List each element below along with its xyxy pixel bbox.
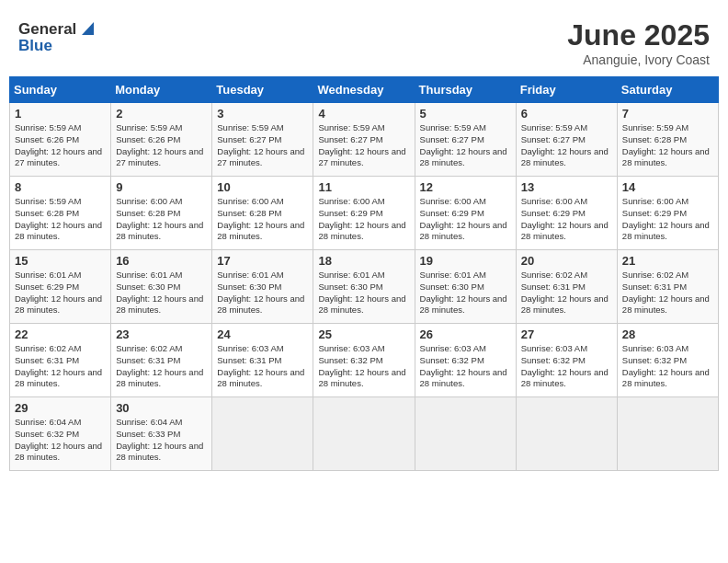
calendar-table: Sunday Monday Tuesday Wednesday Thursday… <box>9 76 719 471</box>
day-info: Sunrise: 6:00 AMSunset: 6:29 PMDaylight:… <box>420 196 511 243</box>
calendar-cell: 19Sunrise: 6:01 AMSunset: 6:30 PMDayligh… <box>415 250 516 324</box>
calendar-cell: 4Sunrise: 5:59 AMSunset: 6:27 PMDaylight… <box>313 103 415 177</box>
calendar-row-2: 8Sunrise: 5:59 AMSunset: 6:28 PMDaylight… <box>10 177 719 250</box>
month-year: June 2025 <box>567 18 710 52</box>
day-number: 10 <box>217 180 308 194</box>
day-number: 9 <box>116 180 207 194</box>
day-info: Sunrise: 5:59 AMSunset: 6:28 PMDaylight:… <box>15 196 106 243</box>
day-info: Sunrise: 5:59 AMSunset: 6:27 PMDaylight:… <box>420 122 511 169</box>
calendar-cell: 20Sunrise: 6:02 AMSunset: 6:31 PMDayligh… <box>516 250 617 324</box>
calendar-cell: 30Sunrise: 6:04 AMSunset: 6:33 PMDayligh… <box>111 397 212 471</box>
day-number: 4 <box>318 107 409 121</box>
day-number: 15 <box>15 254 106 268</box>
day-info: Sunrise: 6:00 AMSunset: 6:29 PMDaylight:… <box>622 196 713 243</box>
header: General Blue June 2025 Ananguie, Ivory C… <box>9 9 719 72</box>
day-number: 3 <box>217 107 308 121</box>
calendar-cell: 26Sunrise: 6:03 AMSunset: 6:32 PMDayligh… <box>415 324 516 397</box>
day-info: Sunrise: 6:02 AMSunset: 6:31 PMDaylight:… <box>622 270 713 316</box>
col-wednesday: Wednesday <box>313 77 415 103</box>
calendar-cell <box>415 397 516 471</box>
calendar-cell: 12Sunrise: 6:00 AMSunset: 6:29 PMDayligh… <box>415 177 516 250</box>
col-tuesday: Tuesday <box>212 77 313 103</box>
col-sunday: Sunday <box>10 77 111 103</box>
day-number: 6 <box>521 107 612 121</box>
day-info: Sunrise: 6:01 AMSunset: 6:30 PMDaylight:… <box>420 270 511 316</box>
calendar-cell: 24Sunrise: 6:03 AMSunset: 6:31 PMDayligh… <box>212 324 313 397</box>
logo-triangle-icon <box>77 18 97 37</box>
day-info: Sunrise: 6:00 AMSunset: 6:28 PMDaylight:… <box>116 196 207 243</box>
calendar-row-4: 22Sunrise: 6:02 AMSunset: 6:31 PMDayligh… <box>10 324 719 397</box>
calendar-header-row: Sunday Monday Tuesday Wednesday Thursday… <box>10 77 719 103</box>
calendar-cell: 28Sunrise: 6:03 AMSunset: 6:32 PMDayligh… <box>617 324 718 397</box>
calendar-cell: 11Sunrise: 6:00 AMSunset: 6:29 PMDayligh… <box>313 177 415 250</box>
calendar-cell: 22Sunrise: 6:02 AMSunset: 6:31 PMDayligh… <box>10 324 111 397</box>
calendar-cell: 29Sunrise: 6:04 AMSunset: 6:32 PMDayligh… <box>10 397 111 471</box>
day-number: 20 <box>521 254 612 268</box>
day-number: 12 <box>420 180 511 194</box>
day-info: Sunrise: 6:03 AMSunset: 6:32 PMDaylight:… <box>420 343 511 390</box>
day-info: Sunrise: 5:59 AMSunset: 6:26 PMDaylight:… <box>15 122 106 169</box>
col-saturday: Saturday <box>617 77 718 103</box>
day-number: 24 <box>217 327 308 341</box>
calendar-cell: 18Sunrise: 6:01 AMSunset: 6:30 PMDayligh… <box>313 250 415 324</box>
day-info: Sunrise: 6:03 AMSunset: 6:32 PMDaylight:… <box>318 343 409 390</box>
calendar-cell: 14Sunrise: 6:00 AMSunset: 6:29 PMDayligh… <box>617 177 718 250</box>
calendar-cell <box>212 397 313 471</box>
day-info: Sunrise: 5:59 AMSunset: 6:27 PMDaylight:… <box>318 122 409 169</box>
calendar-row-3: 15Sunrise: 6:01 AMSunset: 6:29 PMDayligh… <box>10 250 719 324</box>
day-number: 2 <box>116 107 207 121</box>
calendar-cell <box>617 397 718 471</box>
day-number: 23 <box>116 327 207 341</box>
calendar-cell: 25Sunrise: 6:03 AMSunset: 6:32 PMDayligh… <box>313 324 415 397</box>
location: Ananguie, Ivory Coast <box>567 52 710 67</box>
day-number: 7 <box>622 107 713 121</box>
day-number: 1 <box>15 107 106 121</box>
calendar-cell: 9Sunrise: 6:00 AMSunset: 6:28 PMDaylight… <box>111 177 212 250</box>
day-info: Sunrise: 6:03 AMSunset: 6:31 PMDaylight:… <box>217 343 308 390</box>
calendar-row-1: 1Sunrise: 5:59 AMSunset: 6:26 PMDaylight… <box>10 103 719 177</box>
day-info: Sunrise: 5:59 AMSunset: 6:26 PMDaylight:… <box>116 122 207 169</box>
day-info: Sunrise: 6:01 AMSunset: 6:30 PMDaylight:… <box>116 270 207 316</box>
day-info: Sunrise: 6:02 AMSunset: 6:31 PMDaylight:… <box>116 343 207 390</box>
logo: General Blue <box>18 18 97 55</box>
col-monday: Monday <box>111 77 212 103</box>
day-number: 29 <box>15 401 106 415</box>
day-info: Sunrise: 6:00 AMSunset: 6:29 PMDaylight:… <box>521 196 612 243</box>
day-number: 17 <box>217 254 308 268</box>
day-info: Sunrise: 6:03 AMSunset: 6:32 PMDaylight:… <box>521 343 612 390</box>
day-number: 14 <box>622 180 713 194</box>
logo-general: General <box>18 20 76 39</box>
calendar-cell: 27Sunrise: 6:03 AMSunset: 6:32 PMDayligh… <box>516 324 617 397</box>
day-info: Sunrise: 6:02 AMSunset: 6:31 PMDaylight:… <box>15 343 106 390</box>
calendar-cell: 16Sunrise: 6:01 AMSunset: 6:30 PMDayligh… <box>111 250 212 324</box>
day-number: 25 <box>318 327 409 341</box>
calendar-cell: 17Sunrise: 6:01 AMSunset: 6:30 PMDayligh… <box>212 250 313 324</box>
day-info: Sunrise: 6:00 AMSunset: 6:28 PMDaylight:… <box>217 196 308 243</box>
calendar-cell: 5Sunrise: 5:59 AMSunset: 6:27 PMDaylight… <box>415 103 516 177</box>
svg-marker-0 <box>82 22 94 35</box>
day-info: Sunrise: 6:02 AMSunset: 6:31 PMDaylight:… <box>521 270 612 316</box>
calendar-cell <box>516 397 617 471</box>
day-info: Sunrise: 6:04 AMSunset: 6:32 PMDaylight:… <box>15 417 106 464</box>
day-info: Sunrise: 6:01 AMSunset: 6:29 PMDaylight:… <box>15 270 106 316</box>
calendar-cell: 7Sunrise: 5:59 AMSunset: 6:28 PMDaylight… <box>617 103 718 177</box>
day-number: 18 <box>318 254 409 268</box>
day-number: 13 <box>521 180 612 194</box>
calendar-row-5: 29Sunrise: 6:04 AMSunset: 6:32 PMDayligh… <box>10 397 719 471</box>
day-number: 19 <box>420 254 511 268</box>
day-info: Sunrise: 5:59 AMSunset: 6:28 PMDaylight:… <box>622 122 713 169</box>
calendar-cell <box>313 397 415 471</box>
calendar-cell: 3Sunrise: 5:59 AMSunset: 6:27 PMDaylight… <box>212 103 313 177</box>
day-number: 28 <box>622 327 713 341</box>
day-number: 27 <box>521 327 612 341</box>
day-info: Sunrise: 6:01 AMSunset: 6:30 PMDaylight:… <box>217 270 308 316</box>
day-info: Sunrise: 5:59 AMSunset: 6:27 PMDaylight:… <box>217 122 308 169</box>
calendar-cell: 10Sunrise: 6:00 AMSunset: 6:28 PMDayligh… <box>212 177 313 250</box>
calendar-cell: 2Sunrise: 5:59 AMSunset: 6:26 PMDaylight… <box>111 103 212 177</box>
day-number: 8 <box>15 180 106 194</box>
day-number: 21 <box>622 254 713 268</box>
calendar-cell: 6Sunrise: 5:59 AMSunset: 6:27 PMDaylight… <box>516 103 617 177</box>
calendar-cell: 21Sunrise: 6:02 AMSunset: 6:31 PMDayligh… <box>617 250 718 324</box>
day-info: Sunrise: 5:59 AMSunset: 6:27 PMDaylight:… <box>521 122 612 169</box>
title-area: June 2025 Ananguie, Ivory Coast <box>567 18 710 67</box>
